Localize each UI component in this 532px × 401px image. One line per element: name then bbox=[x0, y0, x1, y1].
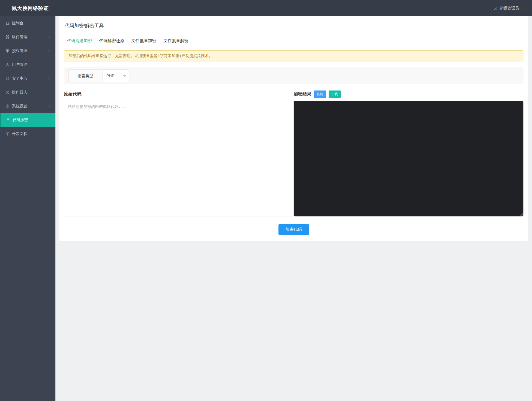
app-title: 鼠大侠网络验证 bbox=[12, 5, 49, 12]
apps-icon bbox=[5, 35, 10, 39]
user-icon bbox=[493, 6, 498, 11]
resize-grip-icon[interactable] bbox=[519, 212, 523, 216]
page-title: 代码加密/解密工具 bbox=[59, 16, 528, 33]
user-menu[interactable]: 超级管理员 bbox=[493, 0, 525, 16]
sidebar-item-label: 代码加密 bbox=[12, 118, 28, 123]
sidebar-item-label: 控制台 bbox=[12, 21, 24, 26]
chevron-down-icon bbox=[47, 49, 52, 53]
clock-icon bbox=[5, 90, 10, 95]
source-code-label: 原始代码 bbox=[64, 91, 81, 97]
sidebar-item-logs[interactable]: 操作日志 bbox=[0, 86, 55, 99]
user-icon bbox=[5, 63, 10, 67]
source-column: 原始代码 bbox=[64, 91, 294, 216]
language-form-row: 语言类型 PHP bbox=[64, 68, 523, 84]
copy-button[interactable]: 复制 bbox=[314, 90, 326, 98]
sidebar-item-settings[interactable]: 系统设置 bbox=[0, 99, 55, 113]
tab-code-obfuscate-encrypt[interactable]: 代码混淆加密 bbox=[67, 33, 92, 47]
encrypted-result-label: 加密结果 bbox=[294, 91, 311, 97]
open-book-icon bbox=[5, 132, 10, 136]
sidebar-item-label: 安全中心 bbox=[12, 76, 27, 81]
sidebar-item-label: 开发文档 bbox=[12, 131, 27, 136]
language-select[interactable]: PHP bbox=[102, 69, 129, 82]
key-icon bbox=[6, 118, 10, 122]
result-column: 加密结果 复制 下载 bbox=[294, 91, 524, 216]
top-header: 鼠大侠网络验证 超级管理员 bbox=[0, 0, 532, 16]
source-code-input[interactable] bbox=[64, 101, 294, 216]
chevron-down-icon bbox=[47, 105, 52, 108]
main-content: 代码加密/解密工具 代码混淆加密 代码解密还原 文件批量加密 文件批量解密 加密… bbox=[59, 16, 528, 241]
encrypted-result-output[interactable] bbox=[294, 101, 524, 216]
download-button[interactable]: 下载 bbox=[329, 90, 341, 98]
encrypt-code-button[interactable]: 加密代码 bbox=[278, 224, 309, 235]
gem-icon bbox=[5, 49, 10, 53]
user-name: 超级管理员 bbox=[500, 6, 519, 11]
sidebar-item-security[interactable]: 安全中心 bbox=[0, 72, 55, 86]
sidebar-item-code-encryption[interactable]: 代码加密 bbox=[0, 113, 55, 127]
sidebar-item-label: 软件管理 bbox=[12, 35, 27, 40]
language-type-label: 语言类型 bbox=[68, 69, 103, 82]
sidebar-item-authorization[interactable]: 授权管理 bbox=[0, 44, 55, 58]
language-selected-value: PHP bbox=[106, 74, 114, 78]
sidebar-item-dev-docs[interactable]: 开发文档 bbox=[0, 127, 55, 141]
chevron-down-icon bbox=[47, 35, 52, 39]
sidebar-item-label: 系统设置 bbox=[12, 104, 27, 109]
tool-card: 代码加密/解密工具 代码混淆加密 代码解密还原 文件批量加密 文件批量解密 加密… bbox=[59, 16, 528, 241]
chevron-down-icon bbox=[47, 77, 52, 80]
select-arrow-icon bbox=[123, 75, 126, 77]
tab-file-batch-decrypt[interactable]: 文件批量解密 bbox=[163, 33, 189, 47]
chevron-down-icon bbox=[521, 6, 525, 10]
sidebar-item-label: 操作日志 bbox=[12, 90, 27, 95]
sidebar-item-users[interactable]: 用户管理 bbox=[0, 58, 55, 72]
home-icon bbox=[5, 21, 10, 25]
tab-bar: 代码混淆加密 代码解密还原 文件批量加密 文件批量解密 bbox=[64, 33, 523, 47]
editor-section: 原始代码 加密结果 复制 下载 bbox=[64, 91, 523, 216]
sidebar-item-software[interactable]: 软件管理 bbox=[0, 30, 55, 44]
sidebar-item-console[interactable]: 控制台 bbox=[0, 16, 55, 30]
sidebar-item-label: 用户管理 bbox=[12, 62, 27, 67]
tab-code-decrypt-restore[interactable]: 代码解密还原 bbox=[99, 33, 124, 47]
tab-file-batch-encrypt[interactable]: 文件批量加密 bbox=[131, 33, 157, 47]
sidebar-item-label: 授权管理 bbox=[12, 48, 27, 53]
gear-icon bbox=[5, 104, 10, 108]
shield-check-icon bbox=[5, 76, 10, 81]
info-alert: 加密后的代码可直接运行，无需密钥。采用变量混淆+字符串加密+控制流混淆技术。 bbox=[64, 50, 523, 61]
sidebar: 控制台 软件管理 授权管理 用户管理 安全中心 操作日志 系统设置 代码加密 开… bbox=[0, 16, 55, 401]
